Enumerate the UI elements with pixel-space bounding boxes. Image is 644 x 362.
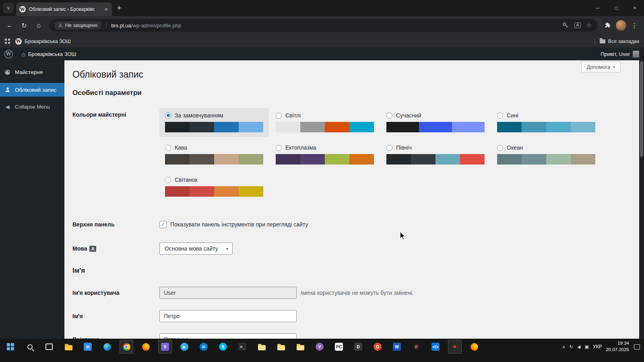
help-button[interactable]: Допомога ▾ [581,61,621,72]
radio-button[interactable] [497,113,503,119]
folder-shortcut-3[interactable] [291,339,310,355]
palette-segment [349,154,374,165]
radio-button[interactable] [165,113,171,119]
radio-button[interactable] [165,177,171,183]
color-scheme-option-6[interactable]: Північ [381,140,490,169]
terminal[interactable]: >_ [233,339,252,355]
radio-button[interactable] [386,113,392,119]
folder-shortcut-1[interactable] [252,339,271,355]
viber-secondary[interactable]: V [310,339,329,355]
firefox-browser[interactable] [136,339,155,355]
scrollbar-thumb[interactable] [640,61,643,157]
bookmark-site[interactable]: W Броварківська ЗОШ [15,38,71,45]
color-scheme-option-4[interactable]: Кава [159,140,269,169]
sidebar-item-dashboard[interactable]: Майстерня [0,65,64,79]
extensions-icon[interactable] [601,19,614,32]
security-chip[interactable]: ⚠ Не защищено [55,21,101,29]
wp-admin-bar: W ⌂ Броварківська ЗОШ Привіт, User [0,47,644,60]
language-select[interactable]: Основна мова сайту ▾ [159,243,233,255]
site-name-menu[interactable]: ⌂ Броварківська ЗОШ [17,47,80,60]
task-view-button[interactable] [39,339,59,355]
tray-network-icon[interactable]: ▣ [584,344,588,350]
mail-app[interactable]: ✉ [194,339,213,355]
apps-grid-icon[interactable] [5,39,10,44]
tab-search-button[interactable]: ∨ [3,3,14,13]
search-button[interactable] [20,339,39,355]
vscode[interactable]: </> [426,339,445,355]
edge-browser[interactable] [97,339,117,355]
palette-segment [460,154,485,165]
radio-button[interactable] [276,113,282,119]
toolbar-label: Верхня панель [72,221,159,228]
address-bar[interactable]: ⚠ Не защищено brs.pl.ua/wp-admin/profile… [49,19,597,32]
skype[interactable]: S [213,339,233,355]
scrollbar[interactable] [639,47,644,339]
firefox-secondary[interactable] [464,339,484,355]
toolbar-checkbox[interactable]: ✓ [159,221,167,228]
reload-button[interactable]: ↻ [18,19,31,32]
telegram[interactable]: ▶ [175,339,194,355]
palette-segment [386,122,419,132]
back-button[interactable]: ← [3,19,16,32]
lastname-input[interactable]: Петренко [159,333,297,339]
opera-dark[interactable]: Ø [407,339,426,355]
window-maximize-button[interactable]: □ [607,0,625,16]
home-button[interactable]: ⌂ [32,19,45,32]
translate-icon[interactable]: A [574,23,580,28]
color-scheme-option-1[interactable]: Світлі [270,108,380,137]
color-palette [165,186,263,197]
taskbar: ⊞V▶✉S>_VPCDOWØ</>✱ ∧ ↻ ◀ ▣ УКР 19:34 20.… [0,339,644,362]
folder-shortcut-2[interactable] [271,339,291,355]
radio-button[interactable] [165,145,171,151]
radio-button[interactable] [497,145,503,151]
browser-tab[interactable]: W Обліковий запис ‹ Броварківс × [16,2,112,16]
color-scheme-option-2[interactable]: Сучасний [381,108,490,137]
viber[interactable]: V [155,339,175,355]
color-scheme-option-8[interactable]: Світанок [159,173,269,202]
radio-button[interactable] [386,145,392,151]
username-label: Ім'я користувача [72,287,159,296]
browser-menu-icon[interactable]: ⋮ [628,19,641,32]
opera-browser[interactable]: O [368,339,387,355]
wp-logo-menu[interactable]: W [0,47,17,60]
sidebar-item-collapse[interactable]: ◀ Collapse Menu [0,100,64,113]
color-scheme-option-0[interactable]: За замовчуванням [159,108,269,137]
file-explorer[interactable] [59,339,78,355]
firstname-input[interactable]: Петро [159,310,297,322]
color-scheme-option-5[interactable]: Ектоплазма [270,140,380,169]
graphics-app[interactable]: ✱ [445,339,464,355]
translation-icon: A [89,246,96,252]
color-scheme-grid: За замовчуваннямСвітліСучаснийСиніКаваЕк… [159,108,602,202]
browser-profile-avatar[interactable] [616,20,626,31]
wordpress-favicon: W [15,38,22,45]
picpick[interactable]: PC [329,339,349,355]
language-row: Мова A Основна мова сайту ▾ [72,243,639,255]
start-button[interactable] [1,339,20,355]
color-scheme-option-3[interactable]: Сині [491,108,601,137]
new-tab-button[interactable]: + [114,2,125,14]
chrome-browser[interactable] [117,339,136,355]
tray-chevron-icon[interactable]: ∧ [562,344,566,350]
password-key-icon[interactable] [562,22,569,29]
all-bookmarks-button[interactable]: Все закладки [600,39,639,44]
tray-volume-icon[interactable]: ◀ [577,344,580,350]
window-minimize-button[interactable]: ─ [588,0,607,16]
microsoft-store[interactable]: ⊞ [78,339,97,355]
tab-close-icon[interactable]: × [104,6,109,12]
bookmark-star-icon[interactable]: ☆ [586,22,592,29]
language-indicator[interactable]: УКР [593,344,602,350]
wp-sidebar: Майстерня Обліковий запис ◀ Collapse Men… [0,60,64,339]
color-scheme-option-7[interactable]: Океан [491,140,601,169]
taskbar-clock[interactable]: 19:34 20.07.2025 [606,340,629,353]
color-palette [165,154,263,165]
word[interactable]: W [387,339,407,355]
sidebar-item-profile[interactable]: Обліковий запис [0,83,64,97]
djview[interactable]: D [349,339,368,355]
account-menu[interactable]: Привіт, User [596,47,644,60]
window-close-button[interactable]: × [625,0,644,16]
notification-center-icon[interactable] [634,344,640,350]
dashboard-icon [4,69,11,76]
tray-update-icon[interactable]: ↻ [570,344,573,350]
wordpress-logo-icon: W [4,50,13,58]
radio-button[interactable] [276,145,282,151]
